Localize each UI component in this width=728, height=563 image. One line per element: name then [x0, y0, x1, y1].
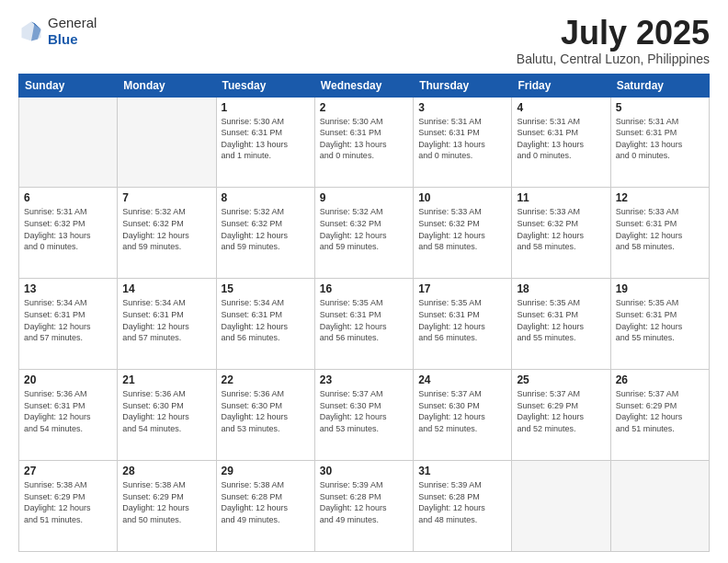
day-info: Sunrise: 5:32 AM Sunset: 6:32 PM Dayligh… — [320, 206, 408, 252]
table-row — [19, 97, 118, 188]
table-row — [118, 97, 216, 188]
day-info: Sunrise: 5:32 AM Sunset: 6:32 PM Dayligh… — [122, 206, 210, 252]
day-number: 17 — [418, 282, 506, 295]
day-info: Sunrise: 5:30 AM Sunset: 6:31 PM Dayligh… — [320, 116, 408, 162]
day-info: Sunrise: 5:37 AM Sunset: 6:29 PM Dayligh… — [517, 388, 605, 434]
table-row: 27Sunrise: 5:38 AM Sunset: 6:29 PM Dayli… — [19, 461, 118, 552]
table-row: 3Sunrise: 5:31 AM Sunset: 6:31 PM Daylig… — [414, 97, 512, 188]
col-monday: Monday — [118, 74, 216, 97]
day-number: 10 — [418, 191, 506, 204]
header: General Blue July 2025 Balutu, Central L… — [18, 15, 710, 66]
col-friday: Friday — [512, 74, 610, 97]
day-number: 16 — [320, 282, 408, 295]
table-row: 18Sunrise: 5:35 AM Sunset: 6:31 PM Dayli… — [512, 279, 610, 370]
title-block: July 2025 Balutu, Central Luzon, Philipp… — [517, 15, 710, 66]
day-number: 22 — [222, 373, 310, 386]
week-row-5: 27Sunrise: 5:38 AM Sunset: 6:29 PM Dayli… — [19, 461, 710, 552]
day-info: Sunrise: 5:31 AM Sunset: 6:31 PM Dayligh… — [418, 116, 506, 162]
day-number: 23 — [320, 373, 408, 386]
table-row: 21Sunrise: 5:36 AM Sunset: 6:30 PM Dayli… — [118, 370, 216, 461]
col-sunday: Sunday — [19, 74, 118, 97]
col-wednesday: Wednesday — [314, 74, 413, 97]
day-info: Sunrise: 5:31 AM Sunset: 6:31 PM Dayligh… — [517, 116, 605, 162]
day-info: Sunrise: 5:38 AM Sunset: 6:29 PM Dayligh… — [24, 479, 112, 525]
day-number: 5 — [616, 101, 704, 114]
day-info: Sunrise: 5:30 AM Sunset: 6:31 PM Dayligh… — [222, 116, 310, 162]
day-info: Sunrise: 5:31 AM Sunset: 6:31 PM Dayligh… — [616, 116, 704, 162]
day-number: 25 — [517, 373, 605, 386]
table-row: 19Sunrise: 5:35 AM Sunset: 6:31 PM Dayli… — [610, 279, 709, 370]
day-number: 7 — [122, 191, 210, 204]
day-info: Sunrise: 5:37 AM Sunset: 6:29 PM Dayligh… — [616, 388, 704, 434]
table-row: 11Sunrise: 5:33 AM Sunset: 6:32 PM Dayli… — [512, 188, 610, 279]
day-number: 27 — [24, 465, 112, 477]
calendar-table: Sunday Monday Tuesday Wednesday Thursday… — [18, 74, 710, 552]
table-row: 10Sunrise: 5:33 AM Sunset: 6:32 PM Dayli… — [414, 188, 512, 279]
day-number: 15 — [222, 282, 310, 295]
week-row-4: 20Sunrise: 5:36 AM Sunset: 6:31 PM Dayli… — [19, 370, 710, 461]
table-row: 26Sunrise: 5:37 AM Sunset: 6:29 PM Dayli… — [610, 370, 709, 461]
day-number: 3 — [418, 101, 506, 114]
logo-general-text: General — [48, 15, 97, 30]
day-info: Sunrise: 5:32 AM Sunset: 6:32 PM Dayligh… — [222, 206, 310, 252]
location-title: Balutu, Central Luzon, Philippines — [517, 52, 710, 66]
day-number: 18 — [517, 282, 605, 295]
day-number: 9 — [320, 191, 408, 204]
table-row: 8Sunrise: 5:32 AM Sunset: 6:32 PM Daylig… — [216, 188, 314, 279]
page: General Blue July 2025 Balutu, Central L… — [0, 0, 728, 563]
table-row: 22Sunrise: 5:36 AM Sunset: 6:30 PM Dayli… — [216, 370, 314, 461]
day-number: 13 — [24, 282, 112, 295]
table-row: 16Sunrise: 5:35 AM Sunset: 6:31 PM Dayli… — [314, 279, 413, 370]
day-info: Sunrise: 5:33 AM Sunset: 6:32 PM Dayligh… — [418, 206, 506, 252]
day-info: Sunrise: 5:33 AM Sunset: 6:31 PM Dayligh… — [616, 206, 704, 252]
table-row: 12Sunrise: 5:33 AM Sunset: 6:31 PM Dayli… — [610, 188, 709, 279]
col-thursday: Thursday — [414, 74, 512, 97]
logo-icon — [18, 18, 44, 44]
col-saturday: Saturday — [610, 74, 709, 97]
day-info: Sunrise: 5:38 AM Sunset: 6:29 PM Dayligh… — [122, 479, 210, 525]
day-info: Sunrise: 5:39 AM Sunset: 6:28 PM Dayligh… — [418, 479, 506, 525]
table-row: 31Sunrise: 5:39 AM Sunset: 6:28 PM Dayli… — [414, 461, 512, 552]
table-row: 7Sunrise: 5:32 AM Sunset: 6:32 PM Daylig… — [118, 188, 216, 279]
day-info: Sunrise: 5:31 AM Sunset: 6:32 PM Dayligh… — [24, 206, 112, 252]
day-number: 20 — [24, 373, 112, 386]
day-number: 11 — [517, 191, 605, 204]
table-row: 2Sunrise: 5:30 AM Sunset: 6:31 PM Daylig… — [314, 97, 413, 188]
day-info: Sunrise: 5:34 AM Sunset: 6:31 PM Dayligh… — [24, 297, 112, 343]
day-number: 30 — [320, 465, 408, 477]
day-info: Sunrise: 5:35 AM Sunset: 6:31 PM Dayligh… — [418, 297, 506, 343]
table-row: 14Sunrise: 5:34 AM Sunset: 6:31 PM Dayli… — [118, 279, 216, 370]
day-info: Sunrise: 5:34 AM Sunset: 6:31 PM Dayligh… — [122, 297, 210, 343]
col-tuesday: Tuesday — [216, 74, 314, 97]
day-info: Sunrise: 5:37 AM Sunset: 6:30 PM Dayligh… — [418, 388, 506, 434]
day-number: 2 — [320, 101, 408, 114]
day-number: 8 — [222, 191, 310, 204]
day-info: Sunrise: 5:37 AM Sunset: 6:30 PM Dayligh… — [320, 388, 408, 434]
day-info: Sunrise: 5:35 AM Sunset: 6:31 PM Dayligh… — [320, 297, 408, 343]
day-number: 1 — [222, 101, 310, 114]
table-row: 29Sunrise: 5:38 AM Sunset: 6:28 PM Dayli… — [216, 461, 314, 552]
day-number: 6 — [24, 191, 112, 204]
day-number: 14 — [122, 282, 210, 295]
table-row: 6Sunrise: 5:31 AM Sunset: 6:32 PM Daylig… — [19, 188, 118, 279]
table-row: 5Sunrise: 5:31 AM Sunset: 6:31 PM Daylig… — [610, 97, 709, 188]
table-row: 9Sunrise: 5:32 AM Sunset: 6:32 PM Daylig… — [314, 188, 413, 279]
table-row: 23Sunrise: 5:37 AM Sunset: 6:30 PM Dayli… — [314, 370, 413, 461]
day-info: Sunrise: 5:39 AM Sunset: 6:28 PM Dayligh… — [320, 479, 408, 525]
table-row: 4Sunrise: 5:31 AM Sunset: 6:31 PM Daylig… — [512, 97, 610, 188]
table-row: 15Sunrise: 5:34 AM Sunset: 6:31 PM Dayli… — [216, 279, 314, 370]
table-row — [512, 461, 610, 552]
week-row-1: 1Sunrise: 5:30 AM Sunset: 6:31 PM Daylig… — [19, 97, 710, 188]
table-row: 17Sunrise: 5:35 AM Sunset: 6:31 PM Dayli… — [414, 279, 512, 370]
day-info: Sunrise: 5:36 AM Sunset: 6:30 PM Dayligh… — [222, 388, 310, 434]
day-number: 21 — [122, 373, 210, 386]
day-info: Sunrise: 5:36 AM Sunset: 6:31 PM Dayligh… — [24, 388, 112, 434]
table-row: 13Sunrise: 5:34 AM Sunset: 6:31 PM Dayli… — [19, 279, 118, 370]
day-number: 19 — [616, 282, 704, 295]
logo: General Blue — [18, 15, 97, 48]
day-info: Sunrise: 5:33 AM Sunset: 6:32 PM Dayligh… — [517, 206, 605, 252]
table-row: 20Sunrise: 5:36 AM Sunset: 6:31 PM Dayli… — [19, 370, 118, 461]
table-row: 28Sunrise: 5:38 AM Sunset: 6:29 PM Dayli… — [118, 461, 216, 552]
week-row-2: 6Sunrise: 5:31 AM Sunset: 6:32 PM Daylig… — [19, 188, 710, 279]
logo-blue-text: Blue — [48, 31, 78, 47]
